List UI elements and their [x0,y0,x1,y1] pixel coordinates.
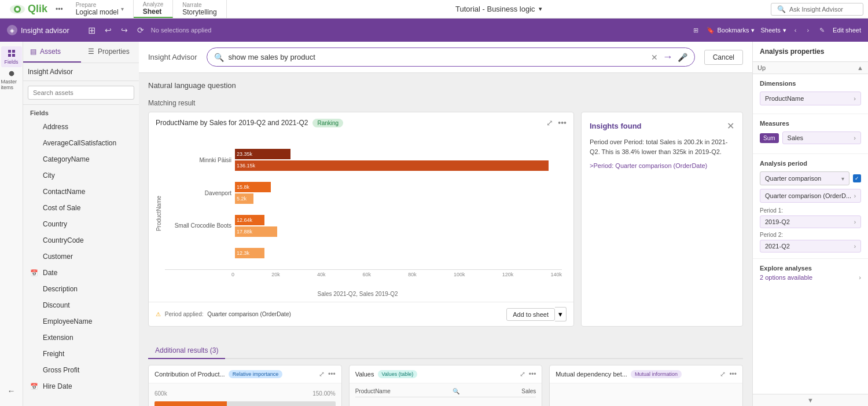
edit-icon[interactable]: ✎ [817,25,827,35]
analysis-period-sub-dropdown[interactable]: Quarter comparison (OrderD... › [760,189,861,203]
sheets-button[interactable]: Sheets ▾ [760,27,786,34]
period2-value[interactable]: 2021-Q2 › [760,240,861,253]
left-panel: Fields Master items ← ▤ Assets ☰ Propert… [0,42,139,406]
field-item-date[interactable]: 📅Date [23,265,139,281]
bar-2021-minnki: 136.15k [235,160,549,171]
add-to-sheet-dropdown-button[interactable]: ▾ [555,307,567,321]
microphone-button[interactable]: 🎤 [678,53,687,62]
field-item-hiredate[interactable]: 📅Hire Date [23,378,139,394]
measures-title: Measures [760,120,861,127]
card3-body [550,383,742,406]
additional-results-section: Additional results (3) Contribution of P… [148,343,743,406]
additional-card-3: Mutual dependency bet... Mutual informat… [549,365,743,406]
x-axis: 0 20k 40k 60k 80k 100k 120k 140k [165,269,562,277]
sidebar-item-master-items[interactable]: Master items [1,70,22,90]
nav-narrate[interactable]: Narrate Storytelling [173,0,226,18]
field-item-city[interactable]: City [23,167,139,184]
insight-header: Insight Advisor 🔍 ✕ → 🎤 Cancel [139,42,752,73]
additional-results-tab[interactable]: Additional results (3) [148,343,225,359]
field-item-employee[interactable]: EmployeeName [23,313,139,330]
redo-icon[interactable]: ↪ [119,24,130,36]
more-options-button[interactable]: ••• [52,5,67,13]
chart-actions: ⤢ ••• [546,118,567,127]
scroll-down-control[interactable]: ▼ [753,394,868,406]
explore-link-row: 2 options available › [760,274,861,281]
nav-prepare[interactable]: Prepare Logical model ▾ [67,0,134,18]
tab-properties[interactable]: ☰ Properties [81,42,139,63]
scroll-up-control[interactable]: Up ▲ [753,62,868,74]
clear-search-button[interactable]: ✕ [651,53,658,62]
analysis-period-checkbox[interactable] [853,174,861,182]
no-selections-label: No selections applied [151,27,212,34]
period2-arrow-icon: › [854,243,856,250]
card1-more-button[interactable]: ••• [328,370,336,378]
back-icon[interactable]: ‹ [792,25,799,35]
cancel-button[interactable]: Cancel [704,50,743,65]
bar-label-minnki: Minnki Päisii [165,157,231,163]
field-item-contact[interactable]: ContactName [23,184,139,200]
card1-expand-button[interactable]: ⤢ [319,370,325,378]
sub-dropdown-arrow-icon: › [854,193,856,199]
matching-result-section: Matching result ProductName by Sales for… [148,99,743,327]
search-input[interactable] [229,53,646,61]
field-item-country[interactable]: Country [23,216,139,232]
insights-link[interactable]: >Period: Quarter comparison (OrderDate) [590,162,734,169]
bar-2019-davenport: 5.2k [235,193,253,204]
app-title[interactable]: Tutorial - Business logic ▾ [227,5,771,13]
field-item-extension[interactable]: Extension [23,330,139,346]
field-item-countrycode[interactable]: CountryCode [23,232,139,248]
reload-icon[interactable]: ⟳ [135,24,146,36]
sidebar-item-fields[interactable]: Fields [1,46,22,67]
card2-more-button[interactable]: ••• [529,370,536,378]
card2-search-icon: 🔍 [453,388,459,394]
field-item-category[interactable]: CategoryName [23,151,139,167]
add-to-sheet-button[interactable]: Add to sheet [506,308,555,321]
chart-more-button[interactable]: ••• [558,118,567,127]
field-item-customer[interactable]: Customer [23,248,139,265]
field-item-freight[interactable]: Freight [23,346,139,362]
field-item-grossprofit[interactable]: Gross Profit [23,362,139,378]
submit-search-button[interactable]: → [663,51,673,63]
period1-value[interactable]: 2019-Q2 › [760,215,861,228]
explore-options-link[interactable]: 2 options available [760,274,812,281]
tab-assets[interactable]: ▤ Assets [23,42,81,63]
bookmarks-dropdown-icon: ▾ [751,27,755,34]
chevron-down-icon: ▼ [807,397,814,404]
field-item-description[interactable]: Description [23,281,139,297]
sidebar-collapse-button[interactable]: ← [1,381,22,401]
insights-header: Insights found ✕ [590,120,734,131]
forward-icon[interactable]: › [804,25,811,35]
search-assets-input[interactable] [28,86,134,100]
card2-expand-button[interactable]: ⤢ [520,370,525,378]
qlik-logo[interactable]: Qlik [5,3,52,15]
svg-point-7 [9,71,14,76]
warning-icon: ⚠ [156,311,161,317]
chart-body: ProductName Minnki Päisii [149,133,573,302]
svg-rect-6 [12,54,15,57]
ask-advisor-button[interactable]: 🔍 Ask Insight Advisor [771,3,863,16]
undo-icon[interactable]: ↩ [102,24,114,36]
selections-tool-icon[interactable]: ⊞ [86,24,98,37]
close-insights-button[interactable]: ✕ [727,120,734,131]
grid-view-icon[interactable]: ⊞ [691,25,701,35]
dimension-arrow-icon: › [854,95,856,102]
field-item-address[interactable]: Address [23,119,139,135]
measure-sales-item[interactable]: Sales › [782,131,861,144]
analysis-period-dropdown[interactable]: Quarter comparison ▾ [760,171,849,185]
field-item-avgcall[interactable]: AverageCallSatisfaction [23,135,139,151]
toolbar-right: ⊞ 🔖 Bookmarks ▾ Sheets ▾ ‹ › ✎ Edit shee… [691,25,861,35]
bar-row-4: 12.3k [165,248,562,258]
card3-expand-button[interactable]: ⤢ [720,370,726,378]
field-item-costofsale[interactable]: Cost of Sale [23,200,139,216]
app-title-dropdown-icon: ▾ [539,5,542,13]
chevron-up-icon: ▲ [857,64,863,71]
nav-analyze[interactable]: Analyze Sheet [134,0,174,18]
bookmarks-button[interactable]: 🔖 Bookmarks ▾ [707,27,755,34]
field-item-discount[interactable]: Discount [23,297,139,313]
dimension-productname[interactable]: ProductName › [760,92,861,105]
insights-text: Period over Period: total Sales is 200.2… [590,137,734,156]
card3-more-button[interactable]: ••• [729,370,737,378]
center-panel: Insight Advisor 🔍 ✕ → 🎤 Cancel Natural l… [139,42,752,406]
card1-badge: Relative importance [229,370,283,378]
expand-chart-button[interactable]: ⤢ [546,118,553,127]
